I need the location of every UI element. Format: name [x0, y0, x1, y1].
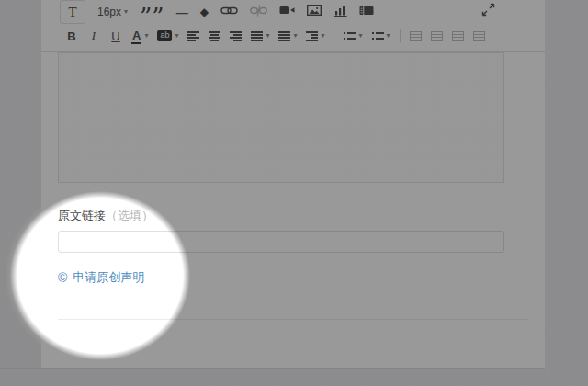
font-size-glyph: 16px	[97, 6, 121, 18]
fullscreen-icon[interactable]	[481, 3, 495, 17]
indent-icon[interactable]: ▾	[306, 31, 324, 41]
remove-link-glyph	[250, 4, 267, 21]
toolbar-separator	[400, 29, 401, 42]
background-color-icon[interactable]: ab▾	[157, 30, 178, 41]
line-height-icon[interactable]: ▾	[278, 31, 297, 41]
table-tool-1-glyph	[410, 31, 422, 41]
source-link-input[interactable]	[58, 231, 504, 253]
insert-media-icon[interactable]	[359, 4, 374, 20]
table-tool-3-icon	[452, 31, 464, 41]
line-height-glyph	[278, 31, 290, 41]
toolbar-separator	[334, 29, 334, 42]
font-color-glyph: A	[131, 28, 141, 44]
bold-glyph: B	[65, 29, 78, 43]
italic-glyph: I	[87, 28, 100, 43]
editor-card: T16px▾””—◆ BIUA▾ab▾▾▾▾▾▾ 原文链接（选填） © 申请原创…	[41, 0, 545, 368]
font-color-icon[interactable]: A▾	[131, 28, 148, 44]
unordered-list-glyph	[372, 31, 384, 41]
editor-content-area[interactable]	[58, 52, 504, 183]
card-bottom-divider	[0, 368, 545, 369]
table-tool-2-glyph	[431, 31, 443, 41]
toolbar-row-2: BIUA▾ab▾▾▾▾▾▾	[65, 28, 485, 44]
ordered-list-icon[interactable]: ▾	[344, 31, 362, 41]
table-tool-4-icon	[473, 31, 485, 41]
toolbar-row-1: T16px▾””—◆	[60, 2, 374, 22]
section-divider	[58, 319, 528, 320]
italic-icon[interactable]: I	[87, 28, 100, 43]
original-claim-label: 申请原创声明	[73, 269, 144, 286]
format-eraser-icon[interactable]: ◆	[200, 6, 209, 17]
align-left-icon[interactable]	[187, 31, 199, 41]
align-justify-icon[interactable]: ▾	[251, 31, 269, 41]
font-size-dropdown-caret: ▾	[124, 8, 128, 16]
table-tool-1-icon	[410, 31, 422, 41]
underline-glyph: U	[109, 29, 122, 43]
align-justify-dropdown-caret: ▾	[266, 32, 269, 40]
source-link-optional-hint: （选填）	[106, 209, 153, 222]
original-claim-link[interactable]: © 申请原创声明	[58, 269, 144, 286]
ordered-list-glyph	[344, 31, 356, 41]
font-color-dropdown-caret: ▾	[144, 32, 148, 40]
editor-page: T16px▾””—◆ BIUA▾ab▾▾▾▾▾▾ 原文链接（选填） © 申请原创…	[0, 0, 588, 386]
align-center-glyph	[209, 31, 220, 41]
insert-video-icon[interactable]	[279, 4, 295, 20]
format-eraser-glyph: ◆	[200, 6, 209, 17]
align-left-glyph	[187, 31, 199, 41]
copyright-icon: ©	[58, 271, 67, 284]
unordered-list-icon[interactable]: ▾	[372, 31, 390, 41]
source-link-label: 原文链接	[58, 209, 106, 222]
align-center-icon[interactable]	[209, 31, 220, 41]
unordered-list-dropdown-caret: ▾	[387, 32, 390, 40]
background-color-dropdown-caret: ▾	[175, 32, 178, 40]
ordered-list-dropdown-caret: ▾	[358, 32, 362, 40]
font-size-icon[interactable]: 16px▾	[97, 6, 128, 18]
insert-chart-glyph	[334, 4, 347, 20]
indent-dropdown-caret: ▾	[321, 32, 324, 40]
align-right-icon[interactable]	[230, 31, 242, 41]
bold-icon[interactable]: B	[65, 29, 78, 43]
remove-link-icon	[250, 4, 267, 21]
background-color-glyph: ab	[157, 30, 172, 41]
text-style-icon[interactable]: T	[60, 0, 85, 24]
table-tool-2-icon	[431, 31, 443, 41]
insert-video-glyph	[279, 4, 295, 20]
align-justify-glyph	[251, 31, 263, 41]
insert-link-glyph	[220, 4, 238, 21]
line-height-dropdown-caret: ▾	[293, 32, 297, 40]
insert-media-glyph	[359, 4, 374, 20]
text-style-glyph: T	[60, 0, 85, 24]
insert-chart-icon[interactable]	[334, 4, 347, 20]
horizontal-rule-glyph: —	[176, 6, 188, 18]
horizontal-rule-icon[interactable]: —	[176, 6, 188, 18]
table-tool-4-glyph	[473, 31, 485, 41]
source-link-label-row: 原文链接（选填）	[58, 208, 153, 224]
underline-icon[interactable]: U	[109, 29, 122, 43]
align-right-glyph	[230, 31, 242, 41]
insert-link-icon[interactable]	[220, 4, 238, 21]
table-tool-3-glyph	[452, 31, 464, 41]
insert-image-icon[interactable]	[307, 4, 322, 20]
insert-image-glyph	[307, 4, 322, 20]
indent-glyph	[306, 31, 318, 41]
